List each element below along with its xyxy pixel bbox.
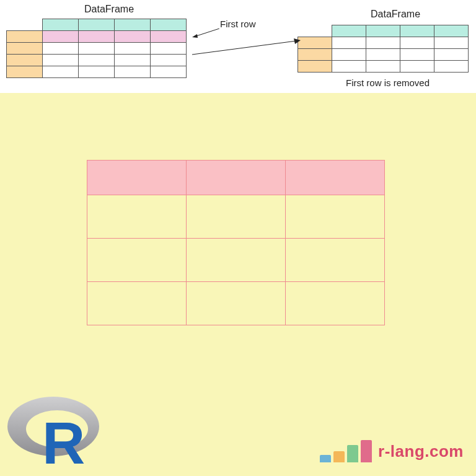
center-dataframe (87, 160, 385, 325)
svg-line-2 (192, 41, 296, 55)
table-row (298, 37, 469, 49)
table-row (7, 43, 187, 55)
r-logo-icon: R (5, 390, 104, 471)
svg-marker-3 (294, 38, 301, 44)
right-df-title: DataFrame (371, 9, 420, 20)
brand-bars-icon (320, 440, 372, 462)
svg-text:R: R (42, 410, 85, 471)
arrow-transform (192, 38, 301, 57)
table-header-row (298, 25, 469, 37)
table-header-row (87, 161, 385, 195)
table-row (87, 195, 385, 239)
table-header-row (7, 19, 187, 31)
left-dataframe (6, 19, 187, 78)
left-df-title: DataFrame (84, 4, 134, 15)
table-row (7, 31, 187, 43)
removed-annotation: First row is removed (346, 77, 430, 88)
table-row (87, 239, 385, 282)
table-row (7, 66, 187, 78)
table-row (298, 49, 469, 61)
table-row (298, 61, 469, 73)
right-dataframe (298, 25, 469, 73)
svg-marker-1 (192, 34, 198, 38)
table-row (7, 55, 187, 66)
brand: r-lang.com (320, 440, 464, 462)
brand-text: r-lang.com (378, 442, 464, 462)
first-row-annotation: First row (220, 19, 256, 29)
arrow-first-row-pointer (192, 29, 219, 38)
table-row (87, 282, 385, 325)
svg-line-0 (195, 29, 219, 37)
